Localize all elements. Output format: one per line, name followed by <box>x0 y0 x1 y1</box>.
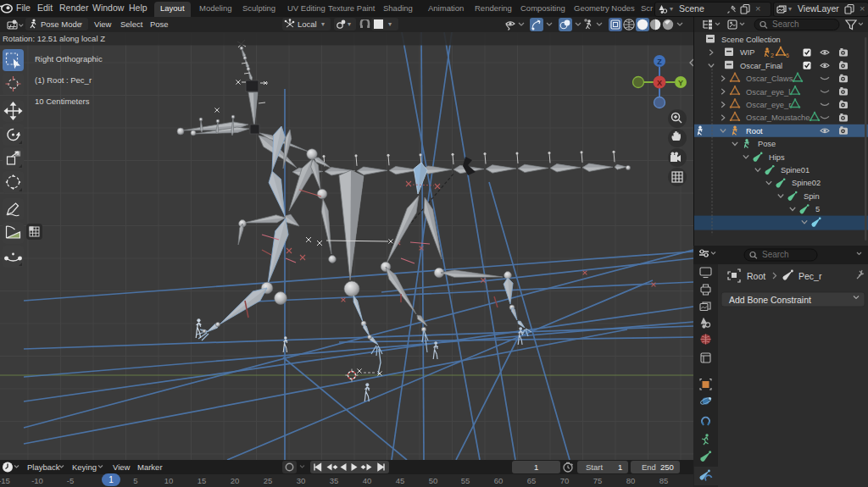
svg-text:5: 5 <box>815 205 820 213</box>
svg-text:Search: Search <box>762 250 789 259</box>
svg-text:Oscar_eye_l: Oscar_eye_l <box>746 88 790 97</box>
svg-text:Playback: Playback <box>27 462 60 472</box>
svg-text:Right Orthographic: Right Orthographic <box>35 54 103 64</box>
svg-text:Root: Root <box>747 271 765 281</box>
svg-text:1: 1 <box>534 462 538 472</box>
svg-text:Add Bone Constraint: Add Bone Constraint <box>729 295 811 305</box>
svg-text:Z: Z <box>657 58 662 66</box>
svg-text:X: X <box>657 79 662 87</box>
svg-text:Y: Y <box>678 79 683 87</box>
svg-text:Spin: Spin <box>804 192 820 201</box>
svg-text:Oscar_Claws: Oscar_Claws <box>746 75 793 83</box>
svg-text:Spine01: Spine01 <box>781 166 810 174</box>
svg-text:2: 2 <box>771 53 774 58</box>
svg-text:WIP: WIP <box>740 48 755 57</box>
svg-text:Spine02: Spine02 <box>792 179 821 187</box>
svg-text:Keying: Keying <box>72 462 97 472</box>
svg-text:Hips: Hips <box>769 153 785 162</box>
svg-text:6: 6 <box>786 53 789 58</box>
svg-text:View: View <box>113 462 131 472</box>
svg-text:Pec_r: Pec_r <box>798 271 822 281</box>
svg-text:End: End <box>642 462 656 472</box>
svg-text:Rotation: 12.51 along local Z: Rotation: 12.51 along local Z <box>3 34 105 43</box>
svg-text:Search: Search <box>772 19 799 29</box>
svg-text:1: 1 <box>618 462 622 472</box>
svg-text:Pose: Pose <box>758 140 776 148</box>
svg-text:Scene Collection: Scene Collection <box>721 36 781 44</box>
svg-text:Oscar_Final: Oscar_Final <box>740 62 782 70</box>
svg-text:Root: Root <box>746 127 763 136</box>
svg-text:Oscar_Moustache: Oscar_Moustache <box>746 113 810 122</box>
svg-text:250: 250 <box>660 462 674 472</box>
svg-text:Oscar_eye_r: Oscar_eye_r <box>746 101 791 109</box>
svg-text:Marker: Marker <box>137 462 163 472</box>
svg-text:Start: Start <box>586 462 603 472</box>
